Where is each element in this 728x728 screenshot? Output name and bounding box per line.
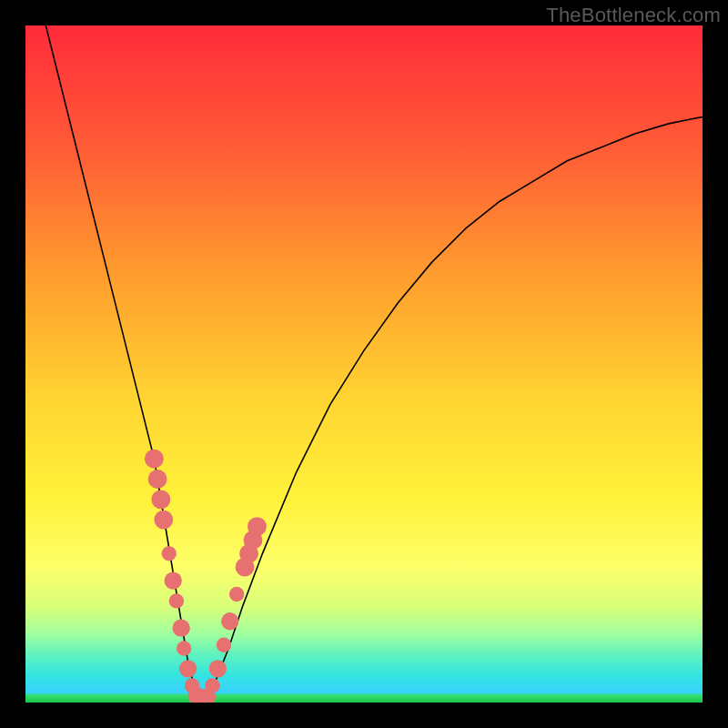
curve-marker — [154, 511, 173, 530]
watermark-label: TheBottleneck.com — [546, 4, 721, 27]
curve-marker — [198, 688, 216, 703]
curve-marker — [148, 470, 167, 489]
curve-marker — [221, 612, 238, 630]
curve-marker — [205, 678, 219, 693]
curve-marker — [209, 660, 227, 677]
chart-plot-area — [25, 25, 703, 703]
curve-marker — [179, 660, 197, 677]
curve-marker — [229, 587, 244, 602]
bottleneck-curve-path — [46, 25, 703, 703]
curve-marker — [217, 638, 231, 652]
curve-marker — [162, 546, 177, 561]
curve-marker — [248, 517, 267, 536]
curve-marker — [239, 544, 258, 563]
curve-marker — [188, 687, 206, 703]
curve-marker — [165, 571, 182, 589]
curve-marker — [145, 450, 164, 469]
curve-marker — [169, 593, 184, 608]
curve-marker — [194, 693, 208, 703]
curve-marker — [172, 619, 189, 636]
curve-markers — [145, 450, 267, 703]
bottleneck-curve-svg — [25, 25, 703, 703]
curve-marker — [236, 558, 255, 577]
curve-marker — [185, 678, 199, 693]
curve-marker — [244, 531, 263, 550]
curve-marker — [177, 641, 191, 655]
curve-marker — [151, 490, 170, 509]
